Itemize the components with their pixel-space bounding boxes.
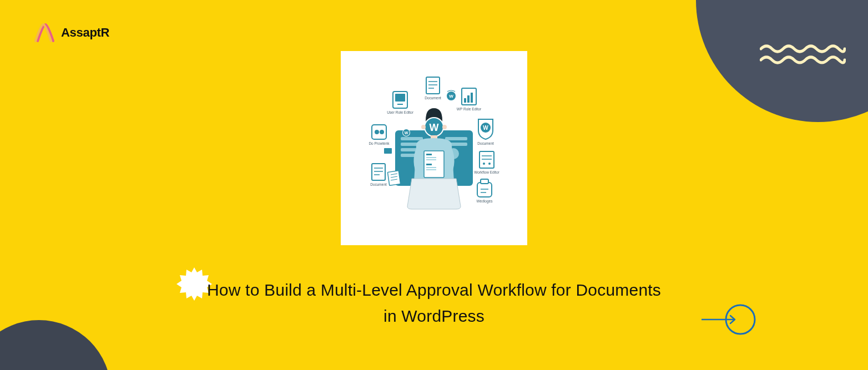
svg-rect-45	[480, 151, 494, 168]
svg-rect-7	[445, 137, 467, 140]
svg-rect-54	[372, 164, 385, 180]
label-wp-role-editor: WP Role Editor	[457, 107, 482, 111]
label-user-role-editor: User Role Editor	[387, 110, 414, 114]
svg-point-17	[421, 125, 426, 129]
label-wedloges: Wedloges	[477, 199, 493, 204]
label-workflow-editor: Workflow Editor	[474, 170, 499, 174]
svg-text:W: W	[483, 125, 488, 131]
svg-rect-13	[384, 148, 392, 154]
svg-rect-21	[426, 154, 432, 155]
svg-rect-24	[426, 164, 432, 165]
svg-rect-28	[395, 94, 405, 102]
decorative-corner-bottom-left	[0, 320, 111, 370]
svg-text:W: W	[449, 94, 453, 99]
svg-text:W: W	[405, 131, 408, 135]
svg-rect-50	[477, 183, 492, 197]
svg-rect-37	[464, 98, 466, 103]
page-title: How to Build a Multi-Level Approval Work…	[206, 277, 662, 329]
svg-rect-3	[401, 137, 423, 140]
brand-name: AssaptR	[61, 26, 109, 40]
svg-rect-30	[426, 77, 440, 94]
wave-decoration-icon	[760, 43, 846, 64]
svg-rect-26	[426, 169, 436, 170]
hero-illustration-card: W W User Role Editor	[341, 51, 527, 245]
arrow-into-circle-icon	[702, 302, 757, 337]
svg-rect-23	[426, 159, 436, 160]
label-do-prowtenk: Do Prowtenk	[369, 141, 390, 145]
logo-mark-icon	[33, 21, 57, 44]
svg-point-48	[483, 163, 485, 165]
svg-rect-39	[471, 93, 473, 103]
svg-rect-25	[426, 167, 436, 168]
svg-text:W: W	[430, 122, 439, 133]
svg-rect-58	[387, 171, 400, 186]
label-document-top: Document	[425, 96, 441, 100]
svg-point-49	[488, 163, 491, 165]
workflow-illustration: W W User Role Editor	[351, 65, 517, 231]
svg-rect-38	[467, 95, 470, 103]
svg-point-42	[380, 130, 384, 134]
label-document-right: Document	[477, 141, 494, 145]
brand-logo: AssaptR	[33, 21, 109, 44]
svg-rect-22	[426, 157, 436, 158]
svg-rect-29	[397, 104, 403, 105]
svg-point-41	[375, 130, 379, 134]
svg-rect-51	[481, 179, 488, 184]
svg-point-18	[442, 125, 447, 129]
label-document-left: Document	[370, 183, 387, 186]
